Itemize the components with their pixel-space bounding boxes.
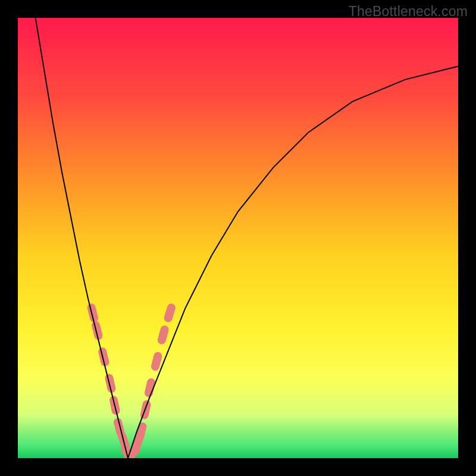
right-branch-curve	[128, 66, 458, 458]
marker-blob	[168, 308, 171, 318]
left-branch-curve	[36, 18, 128, 458]
marker-blob	[140, 427, 142, 437]
marker-blob	[135, 440, 139, 450]
watermark-text: TheBottleneck.com	[349, 4, 468, 20]
marker-blob	[149, 383, 151, 393]
plot-area	[18, 18, 458, 458]
marker-blobs	[92, 308, 171, 458]
marker-blob	[155, 356, 158, 367]
chart-frame: TheBottleneck.com	[0, 0, 476, 476]
curves-layer	[18, 18, 458, 458]
marker-blob	[162, 330, 165, 340]
